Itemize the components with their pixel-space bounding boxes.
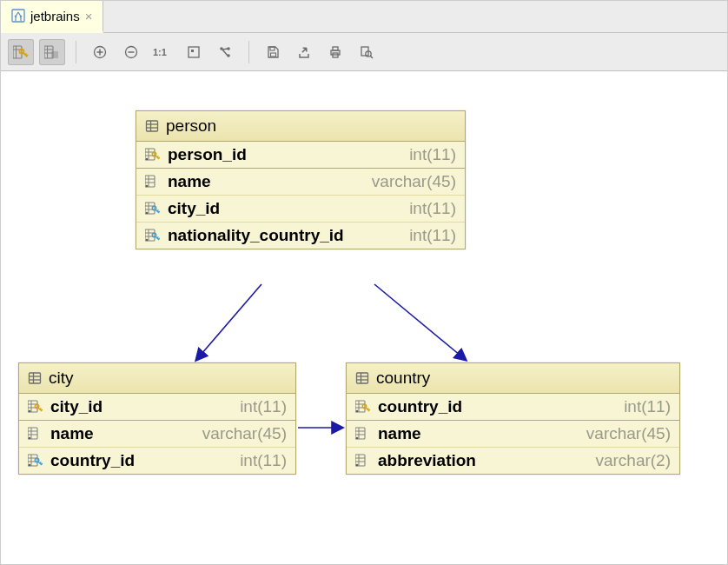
pk-column-icon — [28, 399, 43, 415]
table-person[interactable]: person person_id int(11) name varchar(45… — [136, 110, 466, 249]
column-name: name — [168, 172, 365, 191]
table-name: city — [49, 369, 74, 388]
column-type: varchar(45) — [586, 424, 671, 443]
table-header[interactable]: city — [19, 363, 295, 394]
table-country[interactable]: country country_id int(11) name varchar(… — [346, 362, 680, 475]
tab-label: jetbrains — [30, 9, 80, 23]
table-name: person — [166, 116, 216, 136]
fk-column-icon — [28, 453, 43, 469]
fit-content-button[interactable] — [181, 39, 207, 65]
toolbar — [1, 33, 727, 71]
export-button[interactable] — [291, 39, 317, 65]
column-name: person_id — [168, 145, 402, 164]
column-row[interactable]: country_id int(11) — [19, 448, 295, 474]
column-row[interactable]: city_id int(11) — [136, 196, 465, 223]
column-type: varchar(45) — [372, 172, 456, 191]
column-name: city_id — [168, 199, 402, 218]
fk-column-icon — [145, 201, 161, 216]
column-row[interactable]: abbreviation varchar(2) — [347, 448, 679, 474]
table-header[interactable]: country — [347, 363, 679, 394]
column-row[interactable]: person_id int(11) — [136, 142, 465, 168]
zoom-out-button[interactable] — [118, 39, 144, 65]
table-icon — [355, 371, 369, 385]
column-name: country_id — [378, 397, 617, 416]
column-type: int(11) — [409, 145, 456, 164]
fk-column-icon — [145, 228, 161, 243]
actual-size-button[interactable] — [149, 39, 175, 65]
table-icon — [145, 119, 159, 133]
table-name: country — [376, 369, 430, 388]
column-name: nationality_country_id — [168, 226, 402, 245]
table-icon — [28, 371, 42, 385]
column-name: city_id — [50, 397, 233, 416]
column-type: varchar(2) — [595, 451, 671, 470]
pk-column-icon — [355, 399, 371, 415]
diagram-canvas[interactable]: person person_id int(11) name varchar(45… — [1, 71, 727, 563]
column-row[interactable]: nationality_country_id int(11) — [136, 223, 465, 249]
column-type: varchar(45) — [202, 424, 287, 443]
column-name: name — [378, 424, 579, 443]
column-type: int(11) — [240, 451, 287, 470]
separator — [248, 41, 249, 63]
column-icon — [145, 174, 161, 189]
column-type: int(11) — [240, 397, 287, 416]
svg-line-40 — [374, 284, 466, 360]
column-type: int(11) — [624, 397, 671, 416]
column-type: int(11) — [409, 226, 456, 245]
column-icon — [355, 453, 371, 469]
column-row[interactable]: name varchar(45) — [19, 421, 295, 448]
pk-column-icon — [145, 147, 161, 163]
column-row[interactable]: name varchar(45) — [136, 169, 465, 196]
column-name: name — [50, 424, 195, 443]
print-button[interactable] — [322, 39, 348, 65]
save-button[interactable] — [260, 39, 286, 65]
table-city[interactable]: city city_id int(11) name varchar(45) co… — [18, 362, 296, 475]
tab-jetbrains[interactable]: jetbrains × — [1, 1, 103, 33]
zoom-in-button[interactable] — [87, 39, 113, 65]
column-name: country_id — [50, 451, 233, 470]
column-row[interactable]: city_id int(11) — [19, 394, 295, 420]
view-all-columns-button[interactable] — [39, 39, 65, 65]
tab-bar: jetbrains × — [1, 1, 727, 33]
close-icon[interactable]: × — [85, 9, 93, 23]
column-icon — [28, 426, 43, 442]
diagram-icon — [11, 9, 25, 23]
column-row[interactable]: name varchar(45) — [347, 421, 679, 448]
column-name: abbreviation — [378, 451, 588, 470]
separator — [76, 41, 76, 63]
column-type: int(11) — [409, 199, 456, 218]
view-key-columns-button[interactable] — [8, 39, 34, 65]
print-preview-button[interactable] — [354, 39, 380, 65]
svg-line-39 — [196, 284, 261, 360]
column-row[interactable]: country_id int(11) — [347, 394, 679, 420]
table-header[interactable]: person — [136, 111, 465, 142]
layout-button[interactable] — [212, 39, 238, 65]
column-icon — [355, 426, 371, 442]
